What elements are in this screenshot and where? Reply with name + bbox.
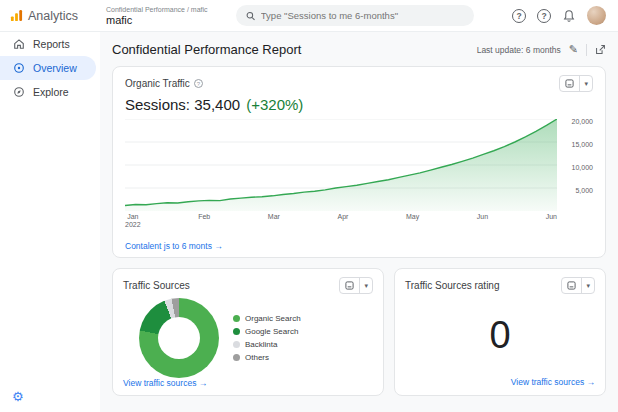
- legend-dot: [233, 354, 240, 361]
- rating-card-header: Traffic Sources rating ▾: [405, 277, 595, 294]
- app-brand[interactable]: Analytics: [0, 9, 100, 23]
- donut-hole: [158, 317, 200, 359]
- rating-options-dropdown[interactable]: ▾: [561, 277, 595, 294]
- compass-icon: [13, 86, 25, 98]
- support-icon[interactable]: ?: [537, 9, 551, 23]
- breadcrumb-current: mafic: [106, 14, 208, 26]
- divider: [586, 44, 587, 56]
- breadcrumb[interactable]: Confidential Performance / mafic mafic: [106, 6, 208, 26]
- organic-traffic-card: Organic Traffic ? ▾ Sessions: 35,400 (+3…: [112, 66, 606, 258]
- traffic-legend: Organic Search Google Search Backlinta O…: [233, 314, 301, 362]
- sidebar-item-overview[interactable]: Overview: [0, 56, 96, 80]
- rating-card-title: Traffic Sources rating: [405, 280, 499, 291]
- traffic-card-body: Organic Search Google Search Backlinta O…: [123, 298, 373, 378]
- main-content: Confidential Performance Report Last upd…: [100, 32, 618, 412]
- bottom-cards-row: Traffic Sources ▾ Organic Search: [112, 268, 606, 396]
- legend-item: Others: [233, 353, 301, 362]
- legend-dot: [233, 315, 240, 322]
- rating-value: 0: [405, 294, 595, 377]
- legend-item: Google Search: [233, 327, 301, 336]
- edit-pencil-icon[interactable]: ✎: [569, 43, 578, 56]
- chevron-down-icon: ▾: [582, 282, 594, 290]
- sidebar-item-reports[interactable]: Reports: [0, 32, 100, 56]
- home-icon: [13, 38, 25, 50]
- overview-icon: [13, 62, 25, 74]
- legend-dot: [233, 341, 240, 348]
- info-icon[interactable]: ?: [194, 79, 203, 88]
- topbar-actions: ? ?: [512, 6, 618, 25]
- help-icon[interactable]: ?: [512, 9, 526, 23]
- chevron-down-icon: ▾: [360, 282, 372, 290]
- traffic-sources-card: Traffic Sources ▾ Organic Search: [112, 268, 384, 396]
- traffic-donut: [139, 298, 219, 378]
- legend-item: Organic Search: [233, 314, 301, 323]
- sidebar-item-label: Overview: [33, 62, 77, 74]
- chart-type-icon: [562, 278, 582, 293]
- user-avatar[interactable]: [587, 6, 606, 25]
- area-chart-plot: [125, 119, 557, 211]
- y-axis-labels: 20,000 15,000 10,000 5,000: [557, 119, 593, 211]
- analytics-logo-icon: [10, 9, 23, 22]
- sidebar-item-label: Reports: [33, 38, 70, 50]
- sessions-delta: (+320%): [246, 96, 303, 113]
- sessions-metric: Sessions: 35,400 (+320%): [125, 96, 593, 113]
- traffic-options-dropdown[interactable]: ▾: [339, 277, 373, 294]
- chevron-down-icon: ▾: [580, 80, 592, 88]
- chart-type-icon: [560, 76, 580, 91]
- traffic-card-title: Traffic Sources: [123, 280, 190, 291]
- breadcrumb-path: Confidential Performance / mafic: [106, 6, 208, 14]
- view-traffic-sources-link[interactable]: View traffic sources →: [123, 378, 373, 388]
- legend-dot: [233, 328, 240, 335]
- search-bar[interactable]: [236, 5, 474, 26]
- share-icon[interactable]: [595, 44, 606, 55]
- settings-gear-icon[interactable]: ⚙: [12, 389, 24, 404]
- traffic-rating-card: Traffic Sources rating ▾ 0 View traffic …: [394, 268, 606, 396]
- organic-card-header: Organic Traffic ? ▾: [125, 75, 593, 92]
- traffic-card-header: Traffic Sources ▾: [123, 277, 373, 294]
- x-axis-labels: Jan 2022 Feb Mar Apr May Jun Jun: [125, 213, 557, 229]
- legend-item: Backlinta: [233, 340, 301, 349]
- report-meta: Last update: 6 months ✎: [477, 43, 606, 56]
- view-traffic-sources-link[interactable]: View traffic sources →: [511, 377, 595, 387]
- organic-footer-link[interactable]: Contalent js to 6 monts →: [125, 241, 593, 251]
- last-update-label: Last update: 6 months: [477, 45, 561, 55]
- notifications-bell-icon[interactable]: [562, 9, 576, 23]
- page-title: Confidential Performance Report: [112, 42, 301, 57]
- sessions-area-chart: 20,000 15,000 10,000 5,000: [125, 119, 593, 211]
- chart-options-dropdown[interactable]: ▾: [559, 75, 593, 92]
- sidebar-item-label: Explore: [33, 86, 69, 98]
- report-header: Confidential Performance Report Last upd…: [112, 42, 606, 57]
- organic-card-title: Organic Traffic ?: [125, 78, 203, 89]
- top-bar: Analytics Confidential Performance / maf…: [0, 0, 618, 32]
- chart-type-icon: [340, 278, 360, 293]
- sidebar-item-explore[interactable]: Explore: [0, 80, 100, 104]
- search-icon: [246, 11, 255, 21]
- sessions-value: Sessions: 35,400: [125, 96, 240, 113]
- app-title: Analytics: [28, 9, 78, 23]
- sidebar: Reports Overview Explore ⚙: [0, 32, 100, 412]
- search-input[interactable]: [261, 10, 464, 21]
